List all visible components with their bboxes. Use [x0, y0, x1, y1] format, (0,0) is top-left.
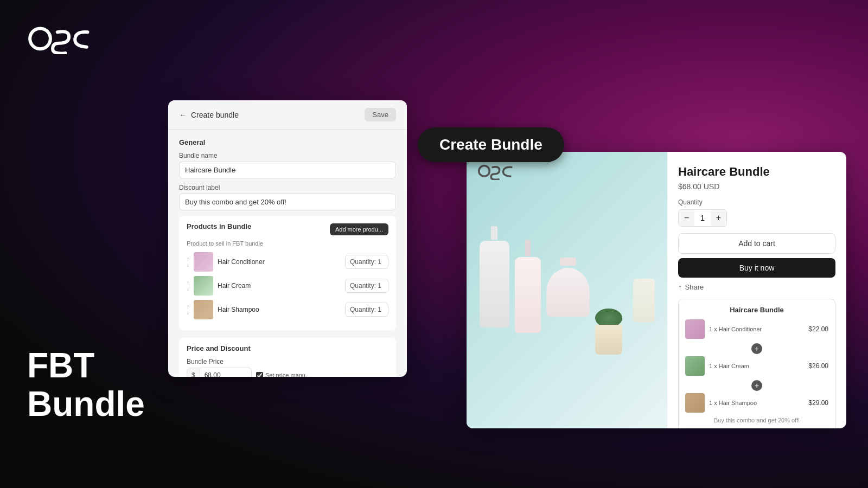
bundle-name-input[interactable] — [179, 162, 396, 178]
product-title: Haircare Bundle — [678, 165, 835, 179]
bundle-discount-message: Buy this combo and get 20% off! — [685, 417, 828, 423]
panel-title-area: ← Create bundle — [179, 111, 239, 119]
product-row-conditioner: ↑ ↓ Hair Conditioner — [187, 252, 388, 272]
product-row-shampoo: ↑ ↓ Hair Shampoo — [187, 300, 388, 319]
fbt-bundle-label: FBT Bundle — [27, 346, 145, 423]
bundle-item-img-cream — [685, 356, 705, 376]
price-row: $ 68.00 Set price manu... — [187, 368, 388, 377]
bundle-name-label: Bundle name — [179, 152, 396, 159]
share-row: ↑ Share — [678, 283, 835, 291]
bundle-item-shampoo: 1 x Hair Shampoo $29.00 — [685, 393, 828, 413]
panel-body: General Bundle name Discount label Produ… — [168, 130, 407, 377]
bundle-price-label: Bundle Price — [187, 358, 388, 365]
bundle-item-name-cream: 1 x Hair Cream — [709, 363, 804, 369]
price-section: Price and Discount Bundle Price $ 68.00 … — [179, 338, 396, 377]
set-price-label: Set price manu... — [256, 372, 310, 377]
bottle-round — [546, 268, 590, 317]
price-value: 68.00 — [200, 368, 225, 377]
buy-now-button[interactable]: Buy it now — [678, 258, 835, 278]
bundle-item-name-conditioner: 1 x Hair Conditioner — [709, 326, 804, 332]
create-bundle-panel: ← Create bundle Save General Bundle name… — [168, 100, 407, 377]
create-bundle-badge: Create Bundle — [418, 127, 564, 162]
general-section-title: General — [179, 138, 396, 146]
share-icon: ↑ — [678, 283, 682, 291]
product-name-conditioner: Hair Conditioner — [218, 258, 341, 266]
bundle-item-img-shampoo — [685, 393, 705, 413]
discount-label-label: Discount label — [179, 184, 396, 191]
bundle-plus-icon: + — [751, 343, 762, 354]
price-section-title: Price and Discount — [187, 344, 388, 352]
bottle-small — [633, 279, 655, 322]
set-price-checkbox[interactable] — [256, 372, 263, 377]
product-thumb-cream — [194, 276, 213, 296]
product-preview-panel: Haircare Bundle $68.00 USD Quantity − 1 … — [467, 152, 846, 428]
product-bottles — [480, 226, 655, 355]
bundle-item-cream: 1 x Hair Cream $26.00 — [685, 356, 828, 376]
quantity-increase-button[interactable]: + — [711, 210, 726, 226]
sort-arrows-cream[interactable]: ↑ ↓ — [187, 280, 189, 292]
bottle-tall — [480, 241, 509, 328]
bundle-widget: Haircare Bundle 1 x Hair Conditioner $22… — [678, 299, 835, 428]
bundle-item-img-conditioner — [685, 319, 705, 339]
osc-logo — [27, 22, 92, 56]
share-label: Share — [685, 283, 704, 291]
bundle-plus-icon-2: + — [751, 380, 762, 391]
bundle-separator-1: + — [685, 343, 828, 354]
svg-point-0 — [30, 28, 50, 49]
quantity-input-conditioner[interactable] — [345, 255, 388, 269]
sort-up-icon[interactable]: ↑ — [187, 280, 189, 286]
sort-down-icon[interactable]: ↓ — [187, 310, 189, 316]
plant-container — [595, 309, 628, 325]
product-name-cream: Hair Cream — [218, 282, 341, 290]
quantity-input-cream[interactable] — [345, 279, 388, 293]
bundle-widget-title: Haircare Bundle — [685, 306, 828, 314]
bundle-item-name-shampoo: 1 x Hair Shampoo — [709, 400, 804, 406]
back-arrow-icon[interactable]: ← — [179, 111, 187, 119]
sort-arrows-shampoo[interactable]: ↑ ↓ — [187, 304, 189, 316]
bundle-item-conditioner: 1 x Hair Conditioner $22.00 — [685, 319, 828, 339]
price-prefix: $ — [187, 368, 200, 377]
products-header: Products in Bundle Add more produ... — [187, 222, 388, 236]
product-image-area — [467, 152, 667, 428]
products-subtitle: Product to sell in FBT bundle — [187, 240, 388, 247]
quantity-value: 1 — [694, 210, 710, 226]
sort-up-icon[interactable]: ↑ — [187, 304, 189, 310]
product-details: Haircare Bundle $68.00 USD Quantity − 1 … — [667, 152, 846, 428]
sort-down-icon[interactable]: ↓ — [187, 286, 189, 292]
quantity-control: − 1 + — [678, 209, 727, 227]
svg-point-1 — [479, 166, 490, 177]
bottle-pump — [515, 257, 541, 333]
bundle-separator-2: + — [685, 380, 828, 391]
add-more-products-button[interactable]: Add more produ... — [330, 223, 388, 235]
products-section: Products in Bundle Add more produ... Pro… — [179, 216, 396, 330]
bundle-item-price-conditioner: $22.00 — [808, 325, 828, 333]
bundle-total-row: Total: $68.00 $54.40 — [685, 427, 828, 428]
sort-up-icon[interactable]: ↑ — [187, 256, 189, 262]
panel-title: Create bundle — [191, 111, 239, 119]
bundle-item-price-shampoo: $29.00 — [808, 399, 828, 407]
save-button[interactable]: Save — [365, 108, 396, 121]
product-image-logo — [477, 163, 515, 182]
product-price: $68.00 USD — [678, 182, 835, 191]
add-to-cart-button[interactable]: Add to cart — [678, 233, 835, 254]
sort-arrows-conditioner[interactable]: ↑ ↓ — [187, 256, 189, 268]
panel-header: ← Create bundle Save — [168, 100, 407, 130]
price-input-wrap: $ 68.00 — [187, 368, 252, 377]
product-thumb-conditioner — [194, 252, 213, 272]
product-name-shampoo: Hair Shampoo — [218, 306, 341, 313]
quantity-label: Quantity — [678, 198, 835, 206]
product-row-cream: ↑ ↓ Hair Cream — [187, 276, 388, 296]
sort-down-icon[interactable]: ↓ — [187, 262, 189, 268]
products-section-title: Products in Bundle — [187, 222, 251, 230]
quantity-input-shampoo[interactable] — [345, 303, 388, 317]
discount-label-input[interactable] — [179, 194, 396, 210]
quantity-decrease-button[interactable]: − — [679, 210, 694, 226]
bundle-item-price-cream: $26.00 — [808, 362, 828, 370]
product-thumb-shampoo — [194, 300, 213, 319]
